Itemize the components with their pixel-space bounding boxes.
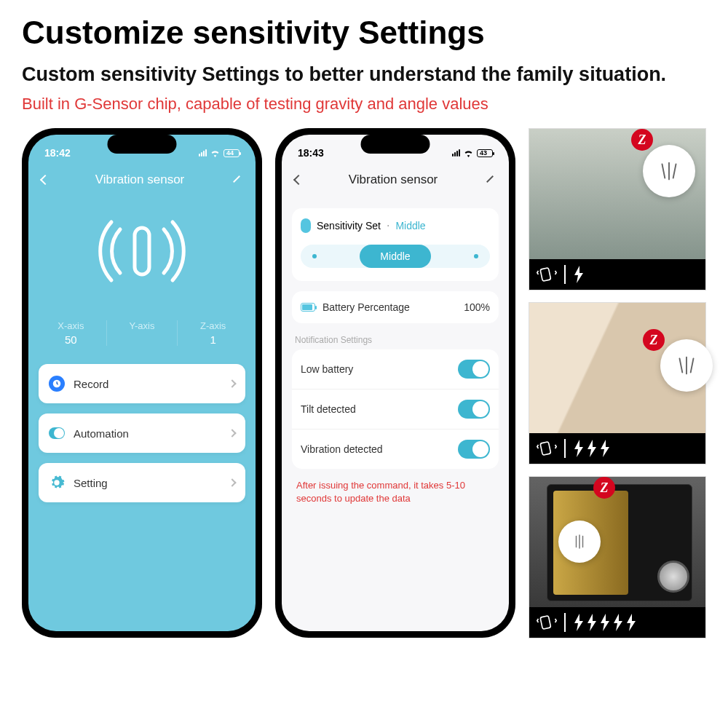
headline: Customize sensitivity Settings [22, 15, 706, 51]
menu-label: Record [74, 378, 221, 390]
thumbnail-safe: Z [529, 476, 706, 638]
battery-icon [301, 303, 315, 312]
content-row: 18:42 44 Vibration sensor [22, 128, 706, 638]
menu-item-setting[interactable]: Setting [39, 463, 245, 502]
sensor-device [660, 339, 713, 392]
intensity-5 [573, 614, 637, 631]
toggle-on[interactable] [458, 440, 490, 459]
y-axis-cell: Y-axis [107, 320, 178, 346]
phone-notch [361, 135, 430, 154]
notification-card: Low battery Tilt detected Vibration dete… [292, 349, 499, 469]
svg-rect-3 [540, 268, 551, 282]
menu-item-record[interactable]: Record [39, 364, 245, 403]
chevron-right-icon [228, 478, 236, 486]
svg-point-2 [55, 480, 59, 485]
use-case-thumbnails: Z Z [529, 128, 706, 638]
notif-low-battery: Low battery [292, 349, 499, 389]
update-note: After issuing the command, it takes 5-10… [292, 469, 499, 505]
menu-item-automation[interactable]: Automation [39, 414, 245, 453]
zigbee-badge: Z [631, 129, 653, 151]
battery-row: Battery Percentage 100% [292, 291, 499, 323]
sensitivity-label: Sensitivity Set [317, 220, 381, 232]
battery-icon: 44 [223, 149, 240, 157]
vibration-icon [537, 613, 557, 632]
svg-rect-4 [540, 442, 551, 456]
screen-header: Vibration sensor [28, 167, 256, 193]
signal-icon [199, 149, 207, 157]
sensor-icon [301, 218, 311, 233]
notif-tilt: Tilt detected [292, 389, 499, 429]
divider [564, 439, 566, 458]
sensitivity-card: Sensitivity Set · Middle Middle [292, 208, 499, 281]
section-header: Notification Settings [295, 335, 496, 345]
slider-thumb[interactable]: Middle [360, 245, 432, 268]
phone-mock-settings: 18:43 43 Vibration sensor Sensitivity Se… [275, 128, 515, 638]
signal-icon [452, 149, 460, 157]
svg-rect-0 [135, 228, 149, 274]
z-axis-cell: Z-axis 1 [178, 320, 248, 346]
gear-icon [49, 475, 65, 491]
screen-header: Vibration sensor [282, 167, 509, 193]
screen-title: Vibration sensor [49, 173, 231, 187]
sensitivity-slider[interactable]: Middle [301, 245, 490, 268]
sensor-device [643, 145, 695, 197]
vibration-icon [537, 439, 557, 458]
toggle-on[interactable] [458, 360, 490, 379]
menu-label: Setting [74, 477, 221, 489]
svg-rect-5 [540, 616, 551, 630]
toggle-on[interactable] [458, 400, 490, 419]
vibration-icon [537, 265, 557, 284]
automation-icon [49, 425, 65, 441]
divider [564, 265, 566, 284]
zigbee-badge: Z [643, 329, 665, 351]
sensitivity-value: Middle [395, 220, 425, 232]
intensity-1 [573, 266, 585, 283]
battery-icon: 43 [477, 149, 493, 157]
menu-label: Automation [74, 427, 221, 440]
phone-notch [108, 135, 177, 154]
subheadline: Custom sensitivity Settings to better un… [22, 62, 706, 87]
phone-mock-overview: 18:42 44 Vibration sensor [22, 128, 262, 638]
clock-icon [49, 376, 65, 392]
axes-readout: X-axis 50 Y-axis Z-axis 1 [28, 320, 256, 346]
wifi-icon [463, 149, 474, 157]
sensor-device [558, 521, 601, 563]
zigbee-badge: Z [593, 477, 615, 499]
safe-dial [657, 561, 689, 593]
feature-note: Built in G-Sensor chip, capable of testi… [22, 95, 706, 114]
intensity-3 [573, 440, 611, 457]
divider [564, 613, 566, 632]
battery-value: 100% [464, 301, 490, 313]
menu-list: Record Automation Setting [39, 364, 245, 502]
thumbnail-window: Z [529, 128, 706, 290]
battery-label: Battery Percentage [323, 301, 456, 313]
edit-icon[interactable] [484, 174, 496, 186]
edit-icon[interactable] [231, 174, 242, 186]
thumbnail-door: Z [529, 302, 706, 464]
screen-title: Vibration sensor [302, 173, 484, 187]
chevron-right-icon [228, 379, 236, 387]
chevron-right-icon [228, 429, 236, 437]
wifi-icon [210, 149, 221, 157]
status-time: 18:42 [44, 147, 71, 159]
x-axis-cell: X-axis 50 [36, 320, 107, 346]
status-time: 18:43 [298, 147, 324, 159]
vibration-hero-icon [28, 207, 256, 295]
notif-vibration: Vibration detected [292, 429, 499, 469]
